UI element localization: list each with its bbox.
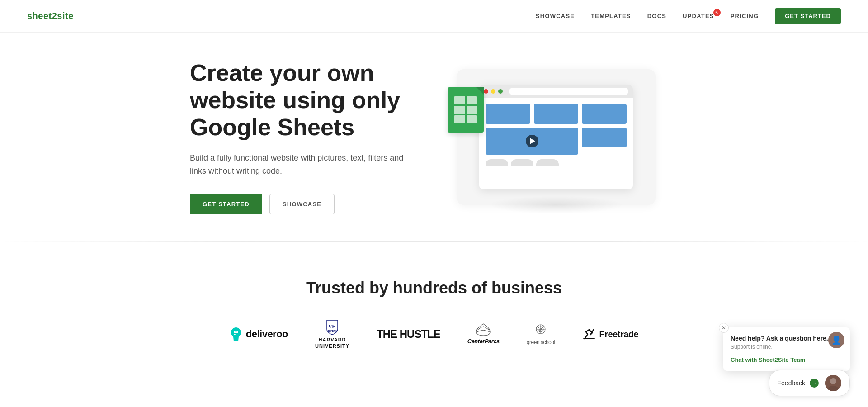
logo-harvard: VE RI TAS HARVARDUNIVERSITY xyxy=(315,319,349,350)
logo-centerparcs: CenterParcs xyxy=(467,323,500,345)
updates-badge: 5 xyxy=(713,9,721,16)
hero-shadow xyxy=(488,196,624,214)
hero-subtitle: Build a fully functional website with pi… xyxy=(190,151,407,178)
freetrade-text: Freetrade xyxy=(599,329,639,340)
navbar: sheet2site SHOWCASE TEMPLATES DOCS UPDAT… xyxy=(0,0,868,33)
browser-card-1 xyxy=(486,104,530,124)
harvard-shield-icon: VE RI TAS xyxy=(325,319,340,336)
play-triangle xyxy=(530,138,535,144)
browser-bar xyxy=(479,85,633,98)
browser-card-2 xyxy=(534,104,579,124)
centerparcs-text: CenterParcs xyxy=(467,337,500,345)
nav-link-updates[interactable]: UPDATES 5 xyxy=(683,13,714,19)
chat-avatar: 👤 xyxy=(828,332,844,348)
logo-hustle: the HUSTLE xyxy=(377,328,440,341)
deliveroo-logo-icon xyxy=(230,327,242,342)
chat-link[interactable]: Chat with Sheet2Site Team xyxy=(731,356,805,363)
hero-cta-primary[interactable]: GET STARTED xyxy=(190,194,262,214)
svg-text:VE: VE xyxy=(328,323,335,330)
hero-title: Create your own website using only Googl… xyxy=(190,60,407,141)
svg-rect-2 xyxy=(234,334,236,335)
chat-widget: ✕ 👤 Need help? Ask a question here. Supp… xyxy=(723,327,850,368)
hustle-text: the HUSTLE xyxy=(377,328,440,341)
centerparcs-logo-icon xyxy=(474,323,492,336)
section-divider xyxy=(0,241,868,242)
chat-status: Support is online. xyxy=(731,344,843,350)
browser-tab-2 xyxy=(511,159,533,166)
logo-greenschool: green school xyxy=(527,323,555,345)
chat-close-button[interactable]: ✕ xyxy=(719,323,729,333)
browser-content xyxy=(479,98,633,161)
sheets-icon xyxy=(448,87,488,137)
browser-card-4 xyxy=(582,128,627,147)
logos-row: deliveroo VE RI TAS HARVARDUNIVERSITY th… xyxy=(27,319,841,350)
nav-links: SHOWCASE TEMPLATES DOCS UPDATES 5 PRICIN… xyxy=(536,8,841,24)
deliveroo-text: deliveroo xyxy=(246,328,288,340)
hero-section: Create your own website using only Googl… xyxy=(163,33,705,232)
svg-text:RI TAS: RI TAS xyxy=(328,329,337,333)
browser-card-3 xyxy=(582,104,627,124)
chat-header: Need help? Ask a question here. xyxy=(731,335,843,342)
browser-tab-3 xyxy=(536,159,559,166)
browser-dot-green xyxy=(498,89,503,94)
logo-deliveroo: deliveroo xyxy=(230,327,288,342)
hero-illustration xyxy=(457,69,656,205)
greenschool-logo-icon xyxy=(531,323,551,338)
hero-cta-secondary[interactable]: SHOWCASE xyxy=(269,194,335,214)
hero-text: Create your own website using only Googl… xyxy=(190,60,407,214)
svg-rect-1 xyxy=(236,331,238,333)
browser-url-bar xyxy=(509,88,628,95)
browser-tabs xyxy=(479,159,633,166)
nav-link-showcase[interactable]: SHOWCASE xyxy=(536,13,575,19)
hero-buttons: GET STARTED SHOWCASE xyxy=(190,194,407,214)
greenschool-text: green school xyxy=(527,339,555,345)
trusted-title: Trusted by hundreds of business xyxy=(27,279,841,298)
nav-logo[interactable]: sheet2site xyxy=(27,11,74,21)
nav-cta-button[interactable]: GET STARTED xyxy=(775,8,841,24)
nav-link-pricing[interactable]: PRICING xyxy=(731,13,759,19)
browser-card-video xyxy=(486,128,578,155)
freetrade-logo-icon xyxy=(582,327,596,341)
nav-link-docs[interactable]: DOCS xyxy=(647,13,666,19)
svg-rect-0 xyxy=(234,331,236,333)
play-button[interactable] xyxy=(526,135,538,147)
nav-link-templates[interactable]: TEMPLATES xyxy=(591,13,631,19)
browser-dot-yellow xyxy=(491,89,495,94)
hero-image xyxy=(434,69,678,205)
browser-tab-1 xyxy=(486,159,508,166)
harvard-text: HARVARDUNIVERSITY xyxy=(315,336,349,350)
logo-freetrade: Freetrade xyxy=(582,327,639,341)
browser-window xyxy=(479,85,633,189)
